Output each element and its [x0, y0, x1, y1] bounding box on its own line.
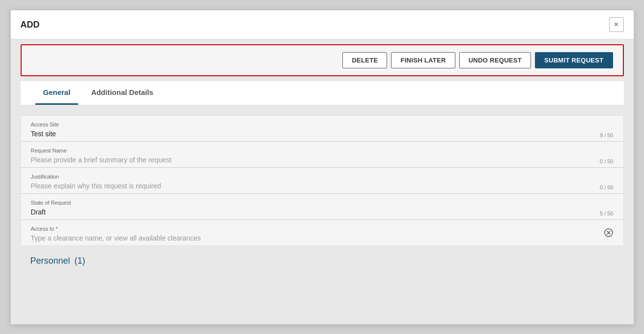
submit-request-button[interactable]: SUBMIT REQUEST	[535, 52, 613, 68]
modal-title: ADD	[21, 20, 40, 30]
modal-container: ADD × DELETE FINISH LATER UNDO REQUEST S…	[10, 10, 634, 325]
justification-placeholder: Please explain why this request is requi…	[31, 182, 161, 190]
state-of-request-counter: 5 / 50	[600, 211, 614, 216]
state-of-request-field: State of Request Draft 5 / 50	[21, 194, 623, 220]
access-to-field[interactable]: Access to * Type a clearance name, or vi…	[21, 220, 623, 245]
justification-field[interactable]: Justification Please explain why this re…	[21, 168, 623, 194]
personnel-count: (1)	[75, 256, 85, 266]
tabs-container: General Additional Details	[21, 81, 624, 105]
request-name-placeholder: Please provide a brief summary of the re…	[31, 156, 171, 164]
request-name-label: Request Name	[31, 148, 614, 153]
state-of-request-label: State of Request	[31, 200, 614, 206]
modal-header: ADD ×	[11, 10, 634, 39]
personnel-section-title: Personnel (1)	[30, 256, 614, 266]
undo-request-button[interactable]: UNDO REQUEST	[459, 52, 531, 68]
close-button[interactable]: ×	[609, 17, 624, 32]
access-to-placeholder: Type a clearance name, or view all avail…	[31, 234, 201, 242]
access-site-counter: 9 / 50	[600, 132, 614, 138]
state-of-request-value: Draft	[31, 208, 46, 216]
request-name-counter: 0 / 50	[600, 158, 614, 164]
form-panel: Access Site Test site 9 / 50 Request Nam…	[21, 115, 624, 246]
toolbar: DELETE FINISH LATER UNDO REQUEST SUBMIT …	[21, 44, 624, 76]
access-site-field: Access Site Test site 9 / 50	[21, 116, 623, 142]
tab-additional-details[interactable]: Additional Details	[83, 81, 161, 105]
finish-later-button[interactable]: FINISH LATER	[391, 52, 455, 68]
tab-general[interactable]: General	[35, 81, 79, 105]
request-name-field[interactable]: Request Name Please provide a brief summ…	[21, 142, 623, 168]
justification-counter: 0 / 50	[600, 184, 614, 190]
access-site-label: Access Site	[31, 121, 614, 127]
content-area: Access Site Test site 9 / 50 Request Nam…	[11, 105, 634, 281]
delete-button[interactable]: DELETE	[342, 52, 387, 68]
access-to-label: Access to *	[31, 226, 614, 232]
justification-label: Justification	[31, 174, 614, 180]
clear-icon[interactable]	[604, 228, 614, 238]
access-site-value: Test site	[31, 130, 56, 138]
